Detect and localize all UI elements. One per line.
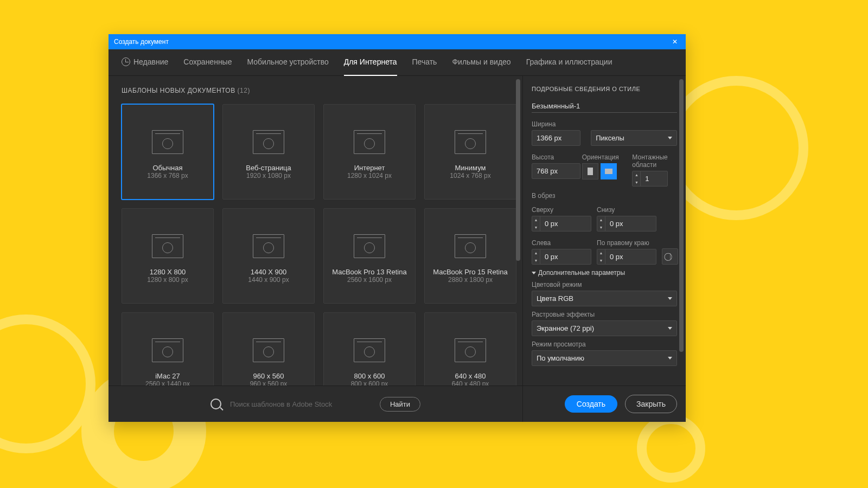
template-dims: 2560 x 1600 px	[332, 276, 406, 284]
tab-label: Для Интернета	[344, 57, 397, 66]
templates-section-header: ШАБЛОНЫ НОВЫХ ДОКУМЕНТОВ (12)	[122, 87, 509, 94]
new-document-dialog: Создать документ ✕ НедавниеСохраненныеМо…	[108, 34, 686, 422]
template-card[interactable]: 1440 X 9001440 x 900 px	[222, 208, 315, 304]
template-dims: 1440 x 900 px	[248, 276, 289, 284]
category-tabs: НедавниеСохраненныеМобильное устройствоД…	[108, 49, 686, 76]
color-mode-value: Цвета RGB	[537, 294, 573, 303]
web-preset-icon	[152, 130, 183, 154]
template-dims: 1280 x 800 px	[147, 276, 188, 284]
find-button[interactable]: Найти	[380, 397, 420, 412]
templates-scrollbar[interactable]	[516, 79, 520, 382]
template-card[interactable]: MacBook Pro 15 Retina2880 x 1800 px	[424, 208, 516, 304]
templates-pane: ШАБЛОНЫ НОВЫХ ДОКУМЕНТОВ (12) Обычная136…	[108, 76, 523, 422]
web-preset-icon	[354, 234, 385, 258]
web-preset-icon	[455, 234, 486, 258]
template-card[interactable]: iMac 272560 x 1440 px	[122, 312, 214, 386]
template-name: Интернет	[347, 164, 392, 172]
bleed-top-label: Сверху	[532, 206, 591, 214]
template-card[interactable]: 1280 X 8001280 x 800 px	[122, 208, 214, 304]
bleed-bottom-value: 0 px	[605, 216, 656, 231]
artboards-stepper[interactable]: ▲▼ 1	[632, 171, 668, 187]
template-name: MacBook Pro 13 Retina	[332, 268, 406, 276]
template-dims: 2560 x 1440 px	[145, 380, 190, 386]
web-preset-icon	[253, 338, 284, 362]
template-card[interactable]: Веб-страница1920 x 1080 px	[222, 104, 315, 200]
preview-mode-value: По умолчанию	[537, 354, 584, 362]
chevron-down-icon	[668, 297, 672, 300]
template-name: 800 x 600	[351, 372, 388, 380]
search-bar: Найти	[108, 386, 522, 422]
orientation-landscape[interactable]	[601, 163, 617, 179]
bleed-top-stepper[interactable]: ▲▼0 px	[532, 216, 591, 232]
search-input[interactable]	[229, 400, 372, 409]
web-preset-icon	[253, 130, 284, 154]
bleed-bottom-stepper[interactable]: ▲▼0 px	[597, 216, 656, 232]
document-name-input[interactable]	[532, 100, 677, 113]
bg-decor	[637, 414, 705, 483]
bleed-left-stepper[interactable]: ▲▼0 px	[532, 249, 591, 265]
web-preset-icon	[455, 338, 486, 362]
advanced-label: Дополнительные параметры	[538, 269, 625, 277]
create-button[interactable]: Создать	[565, 395, 617, 413]
advanced-toggle[interactable]: Дополнительные параметры	[532, 269, 677, 277]
units-select[interactable]: Пикселы	[591, 130, 677, 146]
panel-scrollbar[interactable]	[679, 79, 684, 382]
template-card[interactable]: 960 x 560960 x 560 px	[222, 312, 315, 386]
tab-label: Фильмы и видео	[452, 57, 510, 66]
section-title: ШАБЛОНЫ НОВЫХ ДОКУМЕНТОВ	[122, 87, 235, 94]
bleed-left-value: 0 px	[540, 249, 591, 264]
template-card[interactable]: 800 x 600800 x 600 px	[323, 312, 416, 386]
tab-label: Сохраненные	[183, 57, 232, 66]
bleed-right-value: 0 px	[605, 249, 656, 264]
tab-4[interactable]: Печать	[412, 49, 437, 76]
height-input[interactable]	[532, 163, 580, 179]
color-mode-select[interactable]: Цвета RGB	[532, 291, 677, 306]
tab-label: Недавние	[133, 57, 168, 66]
chevron-down-icon	[668, 327, 672, 330]
height-label: Высота	[532, 153, 577, 161]
window-close-icon[interactable]: ✕	[669, 38, 680, 46]
clock-icon	[122, 57, 130, 66]
tab-3[interactable]: Для Интернета	[344, 49, 397, 76]
close-button[interactable]: Закрыть	[625, 395, 677, 413]
tab-6[interactable]: Графика и иллюстрации	[526, 49, 612, 76]
tab-0[interactable]: Недавние	[122, 49, 168, 76]
template-card[interactable]: Обычная1366 x 768 px	[122, 104, 214, 200]
template-card[interactable]: Интернет1280 x 1024 px	[323, 104, 416, 200]
stepper-up-icon[interactable]: ▲	[633, 171, 640, 179]
tab-2[interactable]: Мобильное устройство	[247, 49, 328, 76]
web-preset-icon	[455, 130, 486, 154]
tab-5[interactable]: Фильмы и видео	[452, 49, 510, 76]
search-icon	[210, 399, 221, 409]
template-dims: 640 x 480 px	[452, 380, 489, 386]
stepper-down-icon[interactable]: ▼	[633, 179, 640, 187]
raster-effects-select[interactable]: Экранное (72 ppi)	[532, 320, 677, 336]
template-dims: 2880 x 1800 px	[433, 276, 507, 284]
orientation-label: Ориентация	[582, 153, 627, 161]
template-card[interactable]: 640 x 480640 x 480 px	[424, 312, 516, 386]
template-name: 1280 X 800	[147, 268, 188, 276]
web-preset-icon	[354, 338, 385, 362]
orientation-portrait[interactable]	[582, 163, 598, 179]
web-preset-icon	[152, 234, 183, 258]
bleed-link-icon[interactable]: 𝄀⃝	[662, 248, 678, 265]
color-mode-label: Цветовой режим	[532, 281, 677, 288]
bleed-right-stepper[interactable]: ▲▼0 px	[597, 249, 656, 265]
chevron-down-icon	[668, 357, 672, 359]
width-input[interactable]	[532, 130, 580, 146]
chevron-down-icon	[668, 137, 672, 139]
preview-mode-select[interactable]: По умолчанию	[532, 350, 677, 366]
bleed-top-value: 0 px	[540, 216, 591, 231]
chevron-down-icon	[532, 272, 536, 274]
tab-label: Графика и иллюстрации	[526, 57, 612, 66]
template-dims: 1280 x 1024 px	[347, 172, 392, 179]
template-card[interactable]: MacBook Pro 13 Retina2560 x 1600 px	[323, 208, 416, 304]
template-name: iMac 27	[145, 372, 190, 380]
bleed-bottom-label: Снизу	[597, 206, 656, 214]
tab-1[interactable]: Сохраненные	[183, 49, 232, 76]
panel-heading: ПОДРОБНЫЕ СВЕДЕНИЯ О СТИЛЕ	[532, 86, 677, 92]
template-name: MacBook Pro 15 Retina	[433, 268, 507, 276]
window-title: Создать документ	[114, 38, 169, 46]
template-card[interactable]: Минимум1024 x 768 px	[424, 104, 516, 200]
template-dims: 1366 x 768 px	[147, 172, 188, 179]
